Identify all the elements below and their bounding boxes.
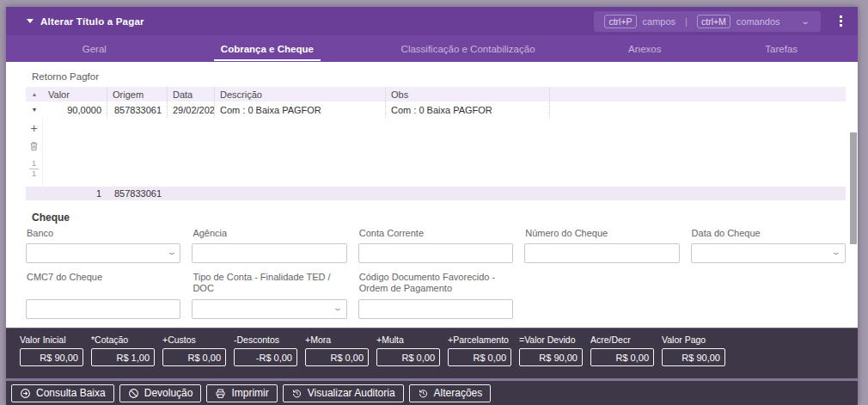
summary-acre-decr: Acre/Decr R$ 0,00 [590,334,654,378]
cell-obs[interactable]: Com : 0 Baixa PAGFOR [385,101,549,118]
cheque-form-row-2: CMC7 do Cheque Tipo de Conta - Finalidad… [26,272,846,319]
summary-custos: +Custos R$ 0,00 [162,334,226,378]
shortcut-separator: | [685,16,688,27]
column-header-descricao[interactable]: Descrição [214,87,385,101]
arrow-circle-icon [20,388,31,399]
summary-valor-devido: =Valor Devido R$ 90,00 [519,334,583,378]
table-empty-space [43,118,846,187]
alteracoes-button[interactable]: Alterações [409,384,492,402]
pager-total: 1 [32,169,36,179]
consulta-baixa-button[interactable]: Consulta Baixa [11,384,114,402]
numero-cheque-label: Número do Cheque [525,228,679,240]
descontos-value: -R$ 0,00 [234,348,297,366]
row-down-control[interactable]: ▼ [26,101,43,118]
cell-valor[interactable]: 90,0000 [43,101,107,118]
printer-icon [215,388,226,399]
kebab-menu-icon[interactable] [836,14,846,28]
cell-data[interactable]: 29/02/2024 [167,101,214,118]
banco-select[interactable] [26,243,180,263]
imprimir-button[interactable]: Imprimir [206,384,277,402]
summary-mora: +Mora R$ 0,00 [305,334,369,378]
custos-value: R$ 0,00 [162,348,226,366]
cmc7-input[interactable] [26,299,180,319]
cell-empty [549,101,846,118]
desktop-background: Alterar Título a Pagar ctrl+P campos | c… [0,0,868,405]
multa-value: R$ 0,00 [376,348,440,366]
summary-multa: +Multa R$ 0,00 [376,334,440,378]
history-icon [418,388,429,399]
summary-cotacao: *Cotação R$ 1,00 [91,334,155,378]
add-row-button[interactable]: + [30,123,37,133]
retorno-pagfor-section-label: Retorno Pagfor [32,71,846,82]
conta-corrente-input[interactable] [358,243,513,263]
codigo-barras-section-heading: Código de Barras do Boleto Bancário [32,327,846,328]
summary-valor-pago: Valor Pago R$ 90,00 [662,334,725,378]
tab-cobranca-e-cheque[interactable]: Cobrança e Cheque [183,35,351,62]
history-icon [291,388,303,399]
summary-descontos: -Descontos -R$ 0,00 [234,334,297,378]
content-area: Retorno Pagfor ▲ Valor Origem Data Descr… [6,62,858,328]
codigo-documento-label: Código Documento Favorecido - Ordem de P… [359,272,513,296]
parcelamento-value: R$ 0,00 [448,348,511,366]
data-cheque-select[interactable] [691,243,846,263]
footer-toolbar: Consulta Baixa Devolução Imprimir Visual… [6,381,858,405]
visualizar-auditoria-button[interactable]: Visualizar Auditoria [283,384,404,402]
cheque-form-row-1: Banco ⌄ Agência Conta Corrente Número do… [26,228,846,263]
tab-bar: Geral Cobrança e Cheque Classificação e … [6,35,858,62]
agencia-input[interactable] [192,243,346,263]
devolucao-button[interactable]: Devolução [119,384,202,402]
summary-parcelamento: +Parcelamento R$ 0,00 [448,334,511,378]
app-window: Alterar Título a Pagar ctrl+P campos | c… [6,7,858,405]
triangle-down-icon: ▼ [32,107,38,113]
scrollbar-thumb[interactable] [850,132,857,244]
ctrl-p-key-chip: ctrl+P [604,15,636,28]
title-bar: Alterar Título a Pagar ctrl+P campos | c… [6,7,858,35]
record-pager[interactable]: 1 1 [29,159,39,179]
column-header-valor[interactable]: Valor [43,87,107,101]
delete-row-button[interactable] [29,141,39,151]
tab-tarefas[interactable]: Tarefas [705,35,858,62]
valor-pago-value: R$ 90,00 [662,348,725,366]
cmc7-label: CMC7 do Cheque [27,272,180,296]
tipo-conta-label: Tipo de Conta - Finalidade TED / DOC [193,272,346,296]
footer-count: 1 [43,187,107,200]
collapse-caret-icon[interactable] [27,19,34,23]
cell-origem[interactable]: 857833061 [107,101,167,118]
tab-classificacao-e-contabilizacao[interactable]: Classificação e Contabilização [351,35,584,62]
numero-cheque-input[interactable] [524,243,679,263]
chevron-down-icon[interactable]: ⌄ [800,16,810,26]
codigo-documento-input[interactable] [358,299,513,319]
table-row-toolbar: + 1 1 [26,118,43,187]
footer-origem: 857833061 [107,187,167,200]
conta-corrente-label: Conta Corrente [359,228,513,240]
mora-value: R$ 0,00 [305,348,369,366]
agencia-label: Agência [193,228,346,240]
cell-descricao[interactable]: Com : 0 Baixa PAGFOR [214,101,385,118]
footer-gutter [26,187,43,200]
tab-anexos[interactable]: Anexos [584,35,705,62]
retorno-pagfor-table: ▲ Valor Origem Data Descrição Obs ▼ 90,0… [26,87,846,200]
tab-geral[interactable]: Geral [6,35,183,62]
tipo-conta-select[interactable] [192,299,346,319]
totals-summary-bar: Valor Inicial R$ 90,00 *Cotação R$ 1,00 … [6,328,858,381]
vertical-scrollbar[interactable] [850,62,857,328]
column-header-obs[interactable]: Obs [385,87,549,101]
block-icon [128,388,139,399]
banco-label: Banco [27,228,180,240]
ctrl-m-key-chip: ctrl+M [697,15,730,28]
valor-devido-value: R$ 90,00 [519,348,583,366]
summary-valor-inicial: Valor Inicial R$ 90,00 [20,334,83,378]
comandos-label: comandos [737,16,780,27]
column-header-origem[interactable]: Origem [107,87,167,101]
acre-decr-value: R$ 0,00 [590,348,654,366]
column-header-empty [549,87,846,101]
shortcut-hint-pill[interactable]: ctrl+P campos | ctrl+M comandos ⌄ [594,11,821,32]
cotacao-value: R$ 1,00 [91,348,155,366]
triangle-up-icon: ▲ [32,91,38,97]
row-up-control[interactable]: ▲ [26,87,43,101]
campos-label: campos [643,16,676,27]
trash-icon [29,141,39,151]
column-header-data[interactable]: Data [167,87,214,101]
window-title: Alterar Título a Pagar [40,16,144,27]
cheque-section-heading: Cheque [32,212,846,224]
